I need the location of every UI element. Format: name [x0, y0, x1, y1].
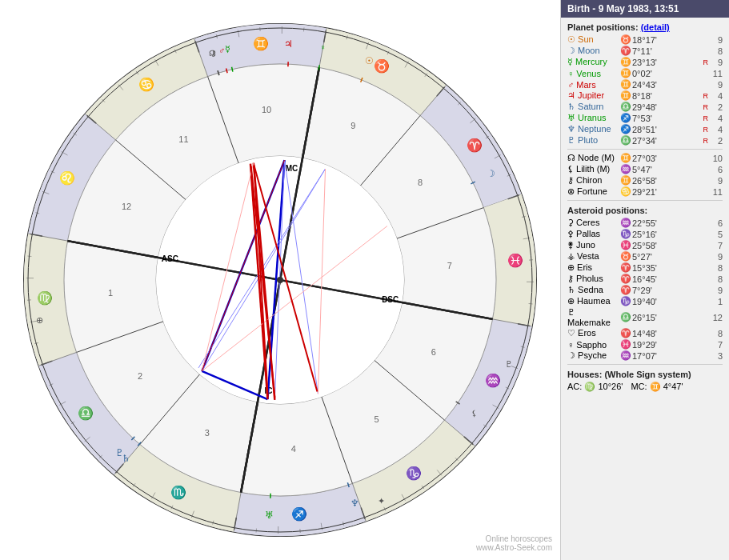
- asteroid-pos: 19°40': [632, 297, 699, 306]
- asteroid-house: 7: [708, 241, 723, 250]
- other-pos: 5°47': [632, 165, 699, 174]
- asteroid-sign: ♉: [619, 251, 632, 262]
- houses-header: Houses: (Whole Sign system): [567, 370, 723, 379]
- asteroid-symbol: ⊕ Eris: [567, 262, 619, 273]
- asteroid-house: 8: [708, 329, 723, 338]
- planet-pos: 8°18': [632, 91, 703, 101]
- other-house: 9: [708, 176, 723, 186]
- asteroid-pos: 26°15': [632, 313, 699, 322]
- planet-row: ♄ Saturn ♎ 29°48' R 2: [567, 102, 723, 112]
- asteroid-sign: ♑: [619, 229, 632, 239]
- other-pos: 27°03': [632, 154, 699, 163]
- planet-symbol: ♀ Venus: [567, 69, 619, 78]
- other-symbol: ⊗ Fortune: [567, 186, 619, 197]
- planet-house: 9: [708, 58, 723, 67]
- other-house: 6: [708, 165, 723, 174]
- planet-house: 2: [708, 136, 723, 146]
- asteroid-sign: ♈: [619, 262, 632, 273]
- planet-sign: ♈: [619, 46, 632, 56]
- planet-pos: 24°43': [632, 80, 699, 90]
- watermark: Online horoscopes www.Astro-Seek.com: [476, 534, 552, 552]
- asteroid-house: 6: [708, 218, 723, 228]
- other-symbol: ⚸ Lilith (M): [567, 164, 619, 174]
- planet-row: ♇ Pluto ♎ 27°34' R 2: [567, 135, 723, 146]
- planet-pos: 28°51': [632, 125, 703, 134]
- asteroid-symbol: ♄ Sedna: [567, 285, 619, 295]
- asteroid-house: 1: [708, 297, 723, 306]
- asteroid-pos: 14°48': [632, 329, 699, 338]
- asteroid-sign: ♒: [619, 218, 632, 228]
- others-list: ☊ Node (M) ♊ 27°03' 10 ⚸ Lilith (M) ♒ 5°…: [567, 153, 723, 197]
- planet-symbol: ☿ Mercury: [567, 57, 619, 67]
- houses-section: Houses: (Whole Sign system) AC: ♍ 10°26'…: [567, 370, 723, 392]
- planets-list: ☉ Sun ♉ 18°17' 9 ☽ Moon ♈ 7°11' 8 ☿ Merc…: [567, 34, 723, 146]
- planets-detail-link[interactable]: (detail): [641, 22, 670, 32]
- asteroid-sign: ♒: [619, 350, 632, 361]
- other-row: ⚸ Lilith (M) ♒ 5°47' 6: [567, 164, 723, 174]
- asteroid-row: ⚷ Pholus ♈ 16°45' 8: [567, 274, 723, 284]
- planet-symbol: ♂ Mars: [567, 80, 619, 90]
- divider-3: [567, 364, 723, 365]
- asteroid-sign: ♈: [619, 285, 632, 295]
- planet-symbol: ☽ Moon: [567, 46, 619, 56]
- planet-sign: ♐: [619, 124, 632, 134]
- other-sign: ♒: [619, 164, 632, 174]
- asteroid-pos: 15°35': [632, 263, 699, 273]
- planet-sign: ♎: [619, 102, 632, 112]
- asteroid-symbol: ⚵ Juno: [567, 240, 619, 250]
- asteroid-house: 7: [708, 340, 723, 350]
- other-pos: 26°58': [632, 176, 699, 186]
- other-symbol: ☊ Node (M): [567, 153, 619, 163]
- asteroid-row: ♡ Eros ♈ 14°48' 8: [567, 328, 723, 338]
- planet-sign: ♉: [619, 34, 632, 45]
- planet-row: ♃ Jupiter ♊ 8°18' R 4: [567, 90, 723, 101]
- planets-header: Planet positions: (detail): [567, 22, 723, 32]
- planet-sign: ♊: [619, 79, 632, 90]
- planet-symbol: ♆ Neptune: [567, 124, 619, 134]
- planet-symbol: ♄ Saturn: [567, 102, 619, 112]
- planet-house: 2: [708, 102, 723, 112]
- asteroid-house: 8: [708, 263, 723, 273]
- asteroid-pos: 5°27': [632, 252, 699, 262]
- asteroids-header: Asteroid positions:: [567, 206, 723, 215]
- planet-row: ♀ Venus ♊ 0°02' 11: [567, 68, 723, 78]
- planet-symbol: ♇ Pluto: [567, 135, 619, 146]
- other-row: ☊ Node (M) ♊ 27°03' 10: [567, 153, 723, 163]
- divider-2: [567, 200, 723, 201]
- mc-value: MC: ♊ 4°47': [631, 382, 683, 392]
- asteroid-house: 5: [708, 230, 723, 239]
- asteroid-sign: ♑: [619, 296, 632, 306]
- asteroid-symbol: ⊕ Haumea: [567, 296, 619, 306]
- other-sign: ♋: [619, 186, 632, 197]
- asteroid-row: ⚳ Ceres ♒ 22°55' 6: [567, 218, 723, 228]
- other-sign: ♊: [619, 153, 632, 163]
- planet-sign: ♎: [619, 135, 632, 146]
- other-house: 11: [708, 187, 723, 197]
- asteroid-pos: 25°58': [632, 241, 699, 250]
- asteroid-sign: ♓: [619, 240, 632, 250]
- panel-title: Birth - 9 May 1983, 13:51: [561, 0, 729, 18]
- asteroid-symbol: ♇ Makemake: [567, 307, 619, 327]
- planet-row: ☽ Moon ♈ 7°11' 8: [567, 46, 723, 56]
- asteroid-row: ♇ Makemake ♎ 26°15' 12: [567, 307, 723, 327]
- houses-row: AC: ♍ 10°26' MC: ♊ 4°47': [567, 382, 723, 392]
- planet-symbol: ♅ Uranus: [567, 113, 619, 123]
- asteroid-pos: 25°16': [632, 230, 699, 239]
- planet-sign: ♐: [619, 113, 632, 123]
- asteroid-house: 9: [708, 286, 723, 295]
- planet-row: ☉ Sun ♉ 18°17' 9: [567, 34, 723, 45]
- planet-symbol: ♃ Jupiter: [567, 90, 619, 101]
- planet-pos: 29°48': [632, 102, 703, 112]
- other-pos: 29°21': [632, 187, 699, 197]
- planet-pos: 7°53': [632, 114, 703, 123]
- asteroid-symbol: ☽ Psyche: [567, 350, 619, 361]
- asteroid-row: ⊕ Haumea ♑ 19°40' 1: [567, 296, 723, 306]
- asteroid-pos: 22°55': [632, 218, 699, 228]
- planet-sign: ♊: [619, 90, 632, 101]
- planet-pos: 7°11': [632, 46, 699, 56]
- asteroid-house: 8: [708, 274, 723, 284]
- asteroid-row: ♄ Sedna ♈ 7°29' 9: [567, 285, 723, 295]
- asteroid-pos: 16°45': [632, 274, 699, 284]
- asteroid-row: ⚴ Pallas ♑ 25°16' 5: [567, 229, 723, 239]
- other-row: ⊗ Fortune ♋ 29°21' 11: [567, 186, 723, 197]
